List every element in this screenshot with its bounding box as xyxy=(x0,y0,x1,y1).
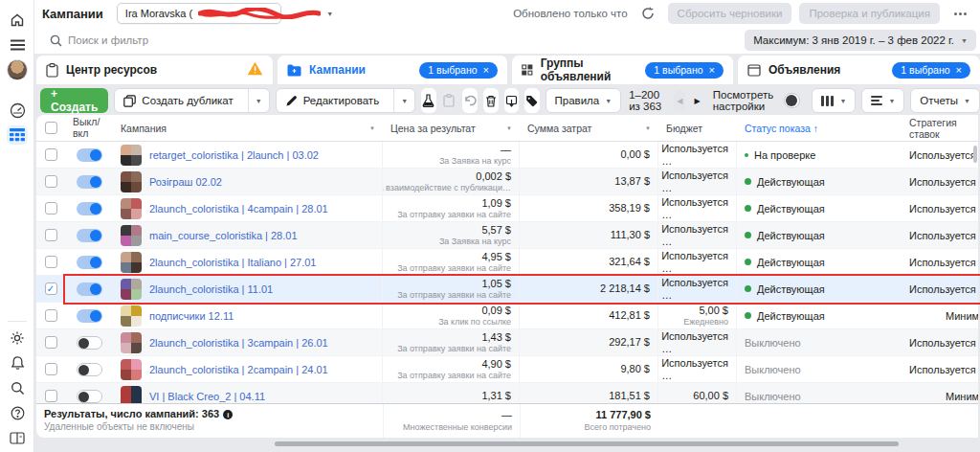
columns-dropdown[interactable]: ▼ xyxy=(812,88,856,113)
edit-button[interactable]: Редактировать ▼ xyxy=(276,88,415,113)
horizontal-scrollbar[interactable] xyxy=(275,441,899,446)
duplicate-button[interactable]: Создать дубликат ▼ xyxy=(114,88,269,113)
campaign-toggle[interactable] xyxy=(77,175,102,189)
col-spent[interactable]: Сумма затрат▼ xyxy=(520,115,658,141)
resource-center-tab[interactable]: Центр ресурсов xyxy=(36,56,273,84)
table-row[interactable]: retarget_coloristika | 2launch | 03.02 —… xyxy=(36,142,978,169)
table-row[interactable]: ✓ 2launch_coloristika | 11.01 1,05 $За о… xyxy=(36,276,978,303)
row-checkbox[interactable] xyxy=(45,363,57,375)
help-icon[interactable] xyxy=(0,400,34,425)
campaign-toggle[interactable] xyxy=(77,229,102,242)
ads-selected-badge[interactable]: 1 выбрано× xyxy=(892,62,970,79)
row-checkbox[interactable] xyxy=(45,175,57,188)
campaign-name-link[interactable]: 2launch_coloristika | 3campain | 26.01 xyxy=(149,337,328,349)
create-button[interactable]: + Создать xyxy=(40,88,108,113)
row-checkbox[interactable] xyxy=(45,256,57,268)
table-row[interactable]: 2launch_coloristika | 3campain | 26.01 1… xyxy=(36,329,978,356)
table-row[interactable]: подписчики 12.11 0,09 $За клик по ссылке… xyxy=(36,303,978,329)
next-page-button[interactable]: ▶ xyxy=(691,90,702,111)
col-cost[interactable]: Цена за результат▼ xyxy=(383,115,520,141)
campaign-name-link[interactable]: 2launch_coloristika | Italiano | 27.01 xyxy=(149,257,317,268)
edit-dropdown[interactable]: ▼ xyxy=(393,89,414,112)
billing-icon[interactable] xyxy=(0,425,34,450)
date-range-selector[interactable]: Максимум: 3 янв 2019 г. – 3 фев 2022 г. … xyxy=(745,30,976,51)
campaign-name-link[interactable]: подписчики 12.11 xyxy=(149,310,234,322)
close-icon[interactable]: × xyxy=(709,65,715,76)
discard-drafts-button[interactable]: Сбросить черновики xyxy=(668,3,792,24)
row-checkbox[interactable] xyxy=(45,202,57,215)
close-icon[interactable]: × xyxy=(483,65,489,76)
pin-icon[interactable] xyxy=(504,88,519,113)
paste-clipboard-icon[interactable] xyxy=(442,88,457,113)
table-row[interactable]: 2launch_coloristika | Italiano | 27.01 4… xyxy=(36,249,978,276)
tab-adsets[interactable]: Группы объявлений 1 выбрано× xyxy=(512,56,733,84)
campaign-name-link[interactable]: VI | Black Creo_2 | 04.11 xyxy=(149,391,265,402)
campaign-name-link[interactable]: main_course_coloristika | 28.01 xyxy=(149,230,298,241)
campaign-toggle[interactable] xyxy=(77,390,102,403)
col-campaign[interactable]: Кампания▼ xyxy=(113,115,383,141)
campaign-toggle[interactable] xyxy=(77,282,102,296)
row-checkbox[interactable] xyxy=(45,229,57,241)
row-checkbox[interactable] xyxy=(45,309,57,322)
undo-icon[interactable] xyxy=(462,88,478,113)
duplicate-dropdown[interactable]: ▼ xyxy=(248,89,269,112)
ab-test-flask-icon[interactable] xyxy=(421,88,435,113)
ad-account-selector[interactable]: Ira Moravska ( ▼ xyxy=(117,3,281,24)
home-icon[interactable] xyxy=(0,8,34,33)
table-row[interactable]: Розіграш 02.02 0,002 $За взаимодействие … xyxy=(36,169,978,195)
view-settings-toggle[interactable] xyxy=(784,93,801,108)
row-checkbox[interactable] xyxy=(45,390,57,402)
search-filter-bar[interactable] xyxy=(42,30,781,51)
more-options-icon[interactable] xyxy=(947,3,972,24)
row-checkbox[interactable] xyxy=(45,148,57,161)
campaigns-selected-badge[interactable]: 1 выбрано× xyxy=(419,62,498,79)
vertical-scrollbar[interactable] xyxy=(973,146,977,163)
info-icon[interactable]: i xyxy=(223,410,233,419)
ads-reporting-gauge-icon[interactable] xyxy=(0,98,34,123)
campaign-name-link[interactable]: 2launch_coloristika | 2campain | 24.01 xyxy=(149,364,328,375)
campaign-toggle[interactable] xyxy=(77,256,102,269)
row-checkbox[interactable] xyxy=(45,336,57,349)
col-budget[interactable]: Бюджет xyxy=(658,115,737,141)
tab-ads[interactable]: Объявления 1 выбрано× xyxy=(738,56,980,84)
search-icon[interactable] xyxy=(0,375,34,400)
campaign-toggle[interactable] xyxy=(77,309,102,323)
table-row[interactable]: 2launch_coloristika | 2campain | 24.01 4… xyxy=(36,356,978,383)
tag-icon[interactable] xyxy=(524,88,539,113)
campaigns-table: Выкл/ вкл Кампания▼ Цена за результат▼ С… xyxy=(36,115,978,438)
campaign-toggle[interactable] xyxy=(77,202,102,215)
row-checkbox[interactable]: ✓ xyxy=(45,282,57,295)
prev-page-button[interactable]: ◀ xyxy=(674,90,685,111)
search-input[interactable] xyxy=(68,34,773,46)
adsets-selected-badge[interactable]: 1 выбрано× xyxy=(645,62,724,79)
spent-total-note: Всего потрачено xyxy=(585,422,651,433)
review-publish-button[interactable]: Проверка и публикация xyxy=(799,3,940,24)
col-status[interactable]: Статус показа ↑ xyxy=(737,115,902,141)
campaign-name-link[interactable]: Розіграш 02.02 xyxy=(149,176,222,188)
campaign-thumbnail xyxy=(121,359,142,380)
settings-gear-icon[interactable] xyxy=(0,326,34,350)
campaign-name-link[interactable]: retarget_coloristika | 2launch | 03.02 xyxy=(149,149,319,161)
campaign-toggle[interactable] xyxy=(77,363,102,376)
rules-dropdown[interactable]: Правила▼ xyxy=(546,88,622,113)
close-icon[interactable]: × xyxy=(956,65,962,76)
breakdown-dropdown[interactable]: ▼ xyxy=(861,88,904,113)
notifications-bell-icon[interactable] xyxy=(0,350,34,375)
redaction-scribble-annotation xyxy=(198,8,321,19)
table-row[interactable]: VI | Black Creo_2 | 04.11 1,31 $ 181,51 … xyxy=(36,383,978,403)
campaign-name-link[interactable]: 2launch_coloristika | 4campain | 28.01 xyxy=(149,203,328,215)
campaign-toggle[interactable] xyxy=(77,336,102,350)
table-row[interactable]: main_course_coloristika | 28.01 5,57 $За… xyxy=(36,222,978,249)
reports-dropdown[interactable]: Отчеты▼ xyxy=(910,88,980,113)
campaign-name-link[interactable]: 2launch_coloristika | 11.01 xyxy=(149,283,273,295)
col-strategy[interactable]: Стратегия ставок xyxy=(902,115,978,141)
campaign-toggle[interactable] xyxy=(77,148,102,162)
table-row[interactable]: 2launch_coloristika | 4campain | 28.01 1… xyxy=(36,195,978,222)
ads-manager-table-icon[interactable] xyxy=(0,123,34,147)
delete-trash-icon[interactable] xyxy=(483,88,498,113)
tab-campaigns[interactable]: Кампании 1 выбрано× xyxy=(278,56,507,84)
menu-icon[interactable] xyxy=(0,33,34,57)
refresh-icon[interactable] xyxy=(635,3,660,24)
select-all-checkbox[interactable] xyxy=(45,122,57,134)
user-avatar[interactable] xyxy=(0,57,34,82)
